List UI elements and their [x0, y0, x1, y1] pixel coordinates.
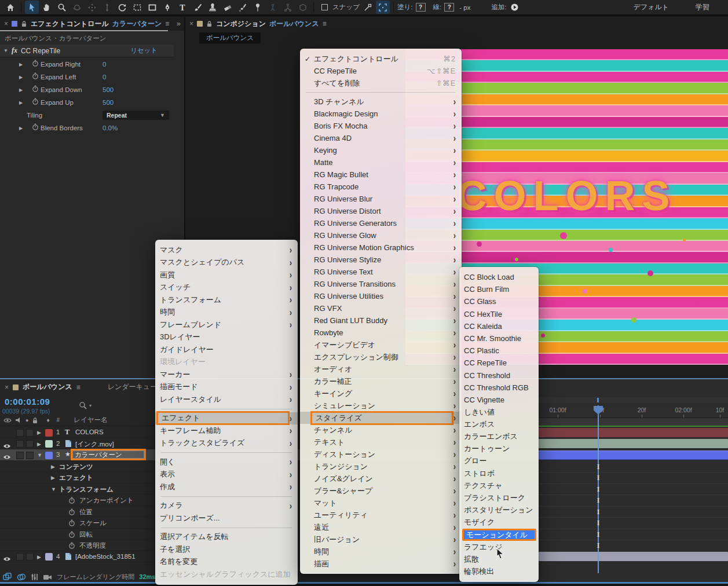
layer-color-swatch[interactable] — [45, 429, 53, 437]
switch-cell[interactable] — [26, 429, 34, 437]
viewer-tab[interactable]: ボールバウンス — [199, 32, 261, 43]
property-name[interactable]: 不透明度 — [79, 541, 106, 550]
twirl-right-icon[interactable]: ▶ — [51, 475, 55, 481]
stopwatch-icon[interactable] — [32, 59, 39, 69]
switch-cell[interactable] — [16, 440, 24, 448]
add-play-icon[interactable] — [508, 1, 522, 14]
menu-item-子を選択[interactable]: 子を選択 — [155, 543, 298, 556]
stopwatch-icon[interactable] — [32, 97, 39, 108]
menu-item-しきい値[interactable]: しきい値 — [459, 406, 539, 418]
layer-bar-4[interactable] — [539, 552, 728, 561]
switch-cell[interactable] — [26, 553, 34, 561]
menu-item-すべてを削除[interactable]: すべてを削除⇧⌘E — [300, 77, 462, 89]
property-name[interactable]: アンカーポイント — [79, 496, 134, 505]
panel-overflow-icon[interactable]: » — [177, 19, 181, 28]
menu-item-ブラシストローク[interactable]: ブラシストローク — [459, 492, 539, 504]
prop-value[interactable]: 500 — [103, 86, 114, 93]
menu-item-ブラー-シャープ[interactable]: ブラー&シャープ› — [300, 485, 462, 497]
layer-bar-1[interactable] — [539, 428, 728, 437]
property-group-name[interactable]: コンテンツ — [59, 463, 93, 471]
menu-item-シミュレーション[interactable]: シミュレーション› — [300, 400, 462, 412]
menu-item-エクスプレッション制御[interactable]: エクスプレッション制御› — [300, 351, 462, 363]
menu-item-グロー[interactable]: グロー — [459, 455, 539, 467]
switch-cell[interactable] — [26, 452, 34, 459]
hand-tool[interactable] — [40, 1, 54, 14]
menu-item-rg-universe-motion-graphics[interactable]: RG Universe Motion Graphics› — [300, 241, 462, 254]
menu-item-作成[interactable]: 作成› — [155, 481, 298, 493]
menu-item-エンボス[interactable]: エンボス — [459, 418, 539, 430]
menu-item-ユーティリティ[interactable]: ユーティリティ› — [300, 509, 462, 521]
layer-name[interactable]: COLORS — [75, 428, 104, 435]
stroke-swatch[interactable]: ? — [444, 3, 454, 12]
menu-item-遠近[interactable]: 遠近› — [300, 521, 462, 533]
home-tool[interactable] — [3, 1, 17, 14]
menu-item-cc-repetile[interactable]: CC RepeTile — [459, 357, 539, 369]
menu-item-フレームブレンド[interactable]: フレームブレンド› — [155, 318, 298, 331]
twirl-right-icon[interactable]: ▶ — [19, 75, 23, 80]
menu-item-rg-vfx[interactable]: RG VFX› — [300, 302, 462, 314]
time-ruler[interactable]: 01:00f10f20f02:00f10f — [539, 404, 728, 418]
zoom-tool[interactable] — [55, 1, 69, 14]
gizmo-universal-tool[interactable] — [266, 1, 280, 14]
snap-checkbox[interactable] — [317, 1, 331, 14]
menu-item-カートゥーン[interactable]: カートゥーン — [459, 443, 539, 455]
prop-value[interactable]: 0 — [103, 61, 106, 68]
menu-item-cc-hextile[interactable]: CC HexTile — [459, 308, 539, 320]
twirl-right-icon[interactable]: ▶ — [19, 126, 23, 131]
twirl-down-icon[interactable]: ▼ — [51, 486, 56, 492]
menu-item-マーカー[interactable]: マーカー› — [155, 368, 298, 381]
menu-item-ガイドレイヤー[interactable]: ガイドレイヤー — [155, 343, 298, 356]
menu-item-cinema-4d[interactable]: Cinema 4D› — [300, 132, 462, 144]
menu-item-rg-universe-glow[interactable]: RG Universe Glow› — [300, 229, 462, 241]
orbit-camera-tool[interactable] — [70, 1, 84, 14]
menu-item-チャンネル[interactable]: チャンネル› — [300, 424, 462, 436]
pen-tool[interactable] — [160, 1, 174, 14]
menu-item-キーフレーム補助[interactable]: キーフレーム補助› — [155, 424, 298, 437]
menu-item-スタイライズ[interactable]: スタイライズ› — [300, 412, 462, 424]
property-name[interactable]: 回転 — [79, 530, 93, 539]
twirl-right-icon[interactable]: ▶ — [37, 430, 41, 435]
menu-item-cc-glass[interactable]: CC Glass — [459, 295, 539, 307]
menu-item-描画モード[interactable]: 描画モード› — [155, 381, 298, 394]
menu-item-モザイク[interactable]: モザイク — [459, 517, 539, 529]
property-group-name[interactable]: エフェクト — [59, 474, 93, 482]
effect-header-row[interactable]: ▼ fx CC RepeTile リセット — [0, 45, 174, 57]
pan-camera-tool[interactable] — [85, 1, 99, 14]
menu-item-boris-fx-mocha[interactable]: Boris FX Mocha› — [300, 120, 462, 132]
stopwatch-icon[interactable] — [68, 519, 75, 529]
menu-item-オーディオ[interactable]: オーディオ› — [300, 363, 462, 375]
menu-item-マット[interactable]: マット› — [300, 497, 462, 509]
dolly-camera-tool[interactable] — [100, 1, 114, 14]
menu-item-ストロボ[interactable]: ストロボ — [459, 467, 539, 479]
eraser-tool[interactable] — [221, 1, 235, 14]
workspace-tab-default[interactable]: デフォルト — [634, 2, 669, 12]
twirl-down-icon[interactable]: ▼ — [37, 452, 42, 458]
menu-item-rg-universe-generators[interactable]: RG Universe Generators› — [300, 217, 462, 229]
menu-item-cc-kaleida[interactable]: CC Kaleida — [459, 320, 539, 332]
switch-cell[interactable] — [16, 553, 24, 561]
twirl-right-icon[interactable]: ▶ — [19, 100, 23, 105]
menu-item-マスクとシェイプのパス[interactable]: マスクとシェイプのパス› — [155, 257, 298, 269]
layer-name[interactable]: [インク.mov] — [75, 440, 114, 449]
menu-item-旧バージョン[interactable]: 旧バージョン› — [300, 533, 462, 545]
menu-item-ポスタリゼーション[interactable]: ポスタリゼーション — [459, 504, 539, 517]
menu-item-rowbyte[interactable]: Rowbyte› — [300, 327, 462, 339]
menu-item-輪郭検出[interactable]: 輪郭検出 — [459, 566, 539, 578]
menu-item-キーイング[interactable]: キーイング› — [300, 387, 462, 400]
selection-tool[interactable] — [25, 1, 39, 14]
panel-menu-icon[interactable]: ≡ — [165, 20, 169, 28]
property-name[interactable]: 位置 — [79, 508, 93, 517]
menu-item-レイヤースタイル[interactable]: レイヤースタイル› — [155, 393, 298, 406]
property-name[interactable]: スケール — [79, 519, 107, 528]
menu-item-スイッチ[interactable]: スイッチ› — [155, 281, 298, 294]
menu-item-プリコンポーズ-[interactable]: プリコンポーズ... — [155, 512, 298, 525]
twirl-right-icon[interactable]: ▶ — [37, 554, 41, 560]
menu-item-rg-universe-text[interactable]: RG Universe Text› — [300, 266, 462, 278]
menu-item-テキスト[interactable]: テキスト› — [300, 436, 462, 448]
tiling-dropdown[interactable]: Repeat▼ — [103, 111, 169, 120]
menu-item-rg-magic-bullet[interactable]: RG Magic Bullet› — [300, 169, 462, 181]
menu-item-テクスチャ[interactable]: テクスチャ — [459, 479, 539, 492]
brush-tool[interactable] — [191, 1, 204, 14]
stopwatch-icon[interactable] — [32, 72, 39, 82]
menu-item-時間[interactable]: 時間› — [155, 306, 298, 319]
